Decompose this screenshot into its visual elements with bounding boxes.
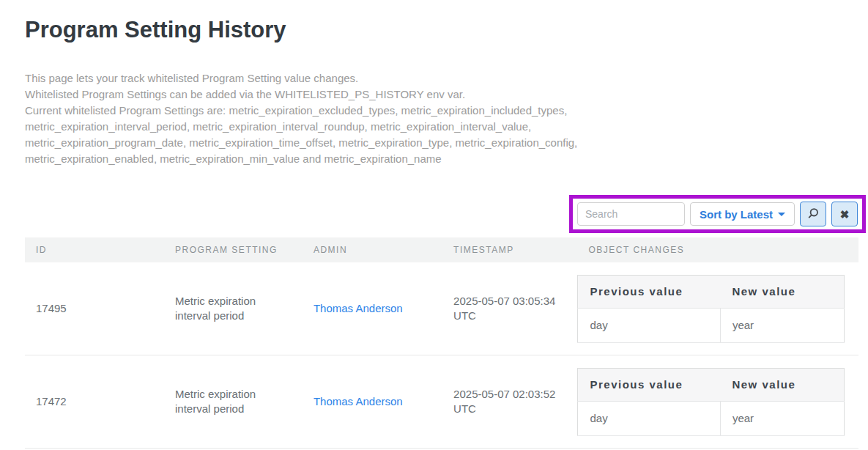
object-changes-table: Previous value New value day year xyxy=(577,275,845,343)
previous-value-header: Previous value xyxy=(578,276,720,309)
column-header-timestamp: TIMESTAMP xyxy=(442,237,577,262)
intro-line-2: Whitelisted Program Settings can be adde… xyxy=(25,86,633,103)
search-submit-button[interactable] xyxy=(800,202,826,226)
column-header-object-changes: OBJECT CHANGES xyxy=(577,237,858,262)
search-input[interactable] xyxy=(577,202,685,226)
admin-link[interactable]: Thomas Anderson xyxy=(314,302,403,314)
magnifier-icon xyxy=(806,207,820,221)
intro-line-1: This page lets your track whitelisted Pr… xyxy=(25,70,633,86)
row-id: 17495 xyxy=(25,262,164,355)
column-header-admin: ADMIN xyxy=(303,237,442,262)
table-row: 17495 Metric expiration interval period … xyxy=(25,262,858,355)
row-timestamp: 2025-05-07 03:05:34 UTC xyxy=(442,262,577,355)
column-header-program-setting: PROGRAM SETTING xyxy=(164,237,303,262)
column-header-id: ID xyxy=(25,237,164,262)
row-program-setting: Metric expiration interval period xyxy=(164,262,303,355)
new-value-header: New value xyxy=(720,369,844,402)
previous-value: day xyxy=(578,309,720,343)
row-id: 17472 xyxy=(25,355,164,449)
clear-search-button[interactable]: ✖ xyxy=(831,202,858,226)
table-row: 17472 Metric expiration interval period … xyxy=(25,355,858,449)
admin-link[interactable]: Thomas Anderson xyxy=(314,395,403,407)
row-program-setting: Metric expiration interval period xyxy=(164,355,303,449)
new-value-header: New value xyxy=(720,276,844,309)
previous-value: day xyxy=(578,402,720,436)
row-timestamp: 2025-05-07 02:03:52 UTC xyxy=(442,355,577,449)
new-value: year xyxy=(720,402,844,436)
toolbar-row: Sort by Latest ✖ xyxy=(25,195,866,233)
page-title: Program Setting History xyxy=(25,18,858,43)
program-setting-history-table: ID PROGRAM SETTING ADMIN TIMESTAMP OBJEC… xyxy=(25,237,858,449)
table-header-row: ID PROGRAM SETTING ADMIN TIMESTAMP OBJEC… xyxy=(25,237,858,262)
search-toolbar-highlighted: Sort by Latest ✖ xyxy=(569,195,866,233)
previous-value-header: Previous value xyxy=(578,369,720,402)
x-mark-icon: ✖ xyxy=(840,209,850,220)
caret-down-icon xyxy=(778,213,785,216)
page-description: This page lets your track whitelisted Pr… xyxy=(25,70,633,167)
intro-line-3: Current whitelisted Program Settings are… xyxy=(25,103,633,167)
page-container: Program Setting History This page lets y… xyxy=(0,18,868,449)
sort-by-latest-button[interactable]: Sort by Latest xyxy=(690,202,795,226)
object-changes-table: Previous value New value day year xyxy=(577,368,845,436)
sort-button-label: Sort by Latest xyxy=(700,208,773,221)
new-value: year xyxy=(720,309,844,343)
